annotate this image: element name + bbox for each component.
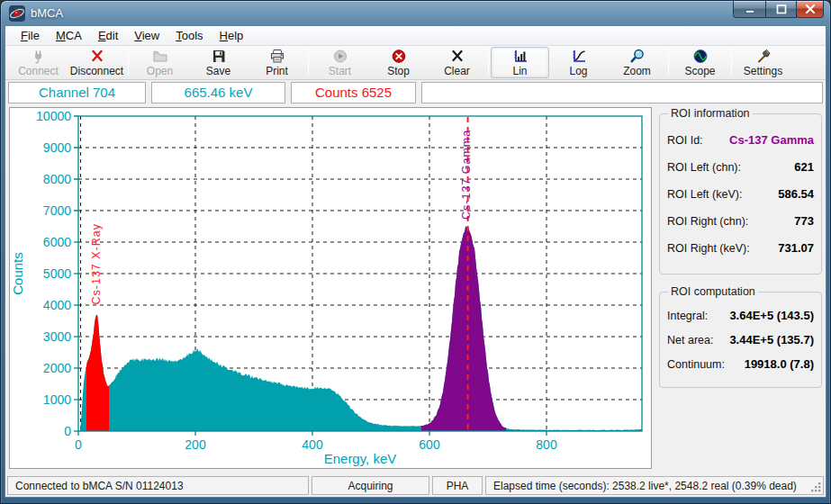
minimize-button[interactable] [733,1,766,18]
minimize-icon [745,4,755,14]
svg-text:4000: 4000 [43,298,71,312]
plug-icon [31,49,47,64]
integral-value: 3.64E+5 (143.5) [729,309,814,322]
log-scale-icon [571,49,587,64]
continuum-value: 19918.0 (7.8) [745,357,814,371]
resize-grip[interactable] [810,482,822,493]
start-button[interactable]: Start [311,47,369,78]
roi-right-kev-row: ROI Right (keV): 731.07 [667,241,814,255]
svg-text:9000: 9000 [43,140,71,155]
open-label: Open [147,65,173,77]
close-button[interactable] [796,1,824,18]
acquisition-status: Acquiring [312,476,429,495]
svg-text:6000: 6000 [43,235,71,249]
stop-button[interactable]: Stop [369,47,428,78]
lin-button[interactable]: Lin [491,47,549,78]
settings-label: Settings [744,65,782,77]
menu-edit[interactable]: Edit [90,27,126,44]
svg-text:Counts: Counts [10,252,25,295]
hammer-icon [755,49,772,64]
roi-information-title: ROI information [668,107,753,120]
net-area-value: 3.44E+5 (135.7) [729,333,814,346]
disconnect-button[interactable]: Disconnect [68,47,126,78]
net-area-row: Net area: 3.44E+5 (135.7) [667,333,814,346]
folder-icon [152,49,168,64]
energy-readout: 665.46 keV [151,82,285,104]
toolbar-separator [488,50,489,76]
scope-icon [692,49,709,64]
roi-id-row: ROI Id: Cs-137 Gamma [667,133,814,147]
roi-computation-title: ROI computation [668,285,758,298]
readout-row: Channel 704 665.46 keV Counts 6525 [8,82,823,104]
log-button[interactable]: Log [549,47,608,78]
svg-text:800: 800 [536,437,557,452]
maximize-button[interactable] [765,1,797,18]
print-button[interactable]: Print [248,47,306,78]
black-x-icon [449,49,465,64]
counts-readout: Counts 6525 [291,82,416,104]
menu-view[interactable]: View [126,27,167,44]
svg-text:200: 200 [185,437,206,452]
elapsed-time-status: Elapsed time (seconds): 2538.2 live*, 25… [485,476,824,495]
svg-text:3000: 3000 [43,329,71,344]
save-button[interactable]: Save [189,47,248,78]
linear-scale-icon [512,49,528,64]
svg-text:5000: 5000 [43,266,71,281]
side-panel: ROI information ROI Id: Cs-137 Gamma ROI… [659,107,822,474]
clear-button[interactable]: Clear [428,47,486,78]
start-label: Start [329,65,351,77]
roi-left-kev-row: ROI Left (keV): 586.54 [667,187,814,201]
play-icon [332,49,348,64]
toolbar-separator [308,50,309,76]
menu-help[interactable]: Help [212,27,252,44]
spectrum-plot[interactable]: 0100020003000400050006000700080009000100… [10,108,651,468]
svg-text:7000: 7000 [43,203,71,218]
roi-right-chn-row: ROI Right (chn): 773 [667,214,814,228]
menu-file[interactable]: File [13,27,48,44]
scope-label: Scope [684,65,715,77]
roi-left-kev-value: 586.54 [778,187,814,201]
window-title: bMCA [31,6,63,20]
menu-tools[interactable]: Tools [167,27,211,44]
mode-status: PHA [432,476,483,495]
svg-text:400: 400 [302,437,323,452]
clear-label: Clear [444,65,470,77]
svg-text:Cs-137 Gamma: Cs-137 Gamma [460,130,473,220]
settings-button[interactable]: Settings [734,47,792,78]
menu-mca[interactable]: MCA [48,27,90,44]
roi-id-value: Cs-137 Gamma [729,133,814,147]
floppy-icon [211,49,227,64]
main-area: 0100020003000400050006000700080009000100… [5,104,826,474]
continuum-row: Continuum: 19918.0 (7.8) [667,357,814,371]
svg-text:0: 0 [64,424,71,438]
connect-label: Connect [18,65,59,77]
integral-row: Integral: 3.64E+5 (143.5) [667,309,814,322]
open-button[interactable]: Open [131,47,189,78]
lin-label: Lin [512,65,527,77]
zoom-label: Zoom [623,65,651,77]
toolbar-separator [668,50,669,76]
connect-button[interactable]: Connect [9,47,68,78]
svg-text:8000: 8000 [43,172,71,186]
connection-status: Connected to bMCA S/N 01124013 [7,476,309,495]
roi-right-kev-value: 731.07 [778,241,814,255]
roi-information-group: ROI information ROI Id: Cs-137 Gamma ROI… [659,107,822,274]
printer-icon [269,49,285,64]
toolbar-separator [128,50,129,76]
zoom-button[interactable]: Zoom [608,47,666,78]
maximize-icon [776,4,787,14]
close-icon [805,4,816,14]
roi-computation-group: ROI computation Integral: 3.64E+5 (143.5… [659,285,822,388]
channel-readout: Channel 704 [8,82,146,104]
svg-text:2000: 2000 [43,361,71,375]
app-icon [9,5,25,22]
log-label: Log [569,65,587,77]
scope-button[interactable]: Scope [671,47,729,78]
toolbar: Connect Disconnect Open [5,46,826,80]
toolbar-separator [731,50,732,76]
spectrum-chart: 0100020003000400050006000700080009000100… [9,107,652,469]
svg-text:10000: 10000 [36,109,71,123]
title-bar[interactable]: bMCA [1,1,830,25]
magnifier-icon [629,49,646,64]
svg-text:0: 0 [75,437,82,452]
